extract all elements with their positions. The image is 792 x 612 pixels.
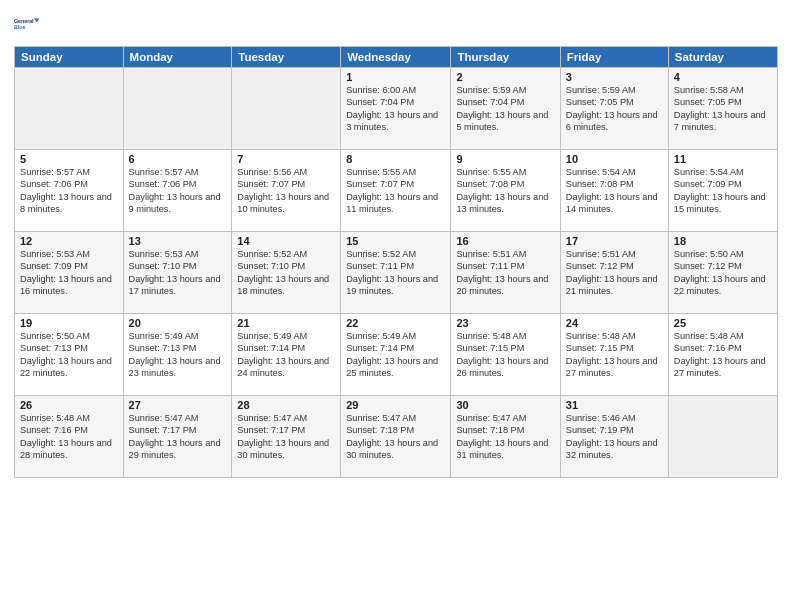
day-cell: 29Sunrise: 5:47 AM Sunset: 7:18 PM Dayli… xyxy=(341,396,451,478)
logo: GeneralBlue xyxy=(14,10,42,38)
day-info: Sunrise: 5:48 AM Sunset: 7:16 PM Dayligh… xyxy=(20,412,118,462)
day-number: 23 xyxy=(456,317,554,329)
day-number: 9 xyxy=(456,153,554,165)
day-info: Sunrise: 5:51 AM Sunset: 7:12 PM Dayligh… xyxy=(566,248,663,298)
weekday-header-saturday: Saturday xyxy=(668,47,777,68)
day-cell xyxy=(232,68,341,150)
day-number: 17 xyxy=(566,235,663,247)
day-info: Sunrise: 5:55 AM Sunset: 7:07 PM Dayligh… xyxy=(346,166,445,216)
day-cell: 28Sunrise: 5:47 AM Sunset: 7:17 PM Dayli… xyxy=(232,396,341,478)
day-number: 12 xyxy=(20,235,118,247)
day-cell: 5Sunrise: 5:57 AM Sunset: 7:06 PM Daylig… xyxy=(15,150,124,232)
header: GeneralBlue xyxy=(14,10,778,38)
day-info: Sunrise: 5:54 AM Sunset: 7:09 PM Dayligh… xyxy=(674,166,772,216)
week-row-3: 12Sunrise: 5:53 AM Sunset: 7:09 PM Dayli… xyxy=(15,232,778,314)
day-number: 20 xyxy=(129,317,227,329)
day-cell: 18Sunrise: 5:50 AM Sunset: 7:12 PM Dayli… xyxy=(668,232,777,314)
week-row-2: 5Sunrise: 5:57 AM Sunset: 7:06 PM Daylig… xyxy=(15,150,778,232)
day-info: Sunrise: 5:49 AM Sunset: 7:14 PM Dayligh… xyxy=(346,330,445,380)
day-info: Sunrise: 5:59 AM Sunset: 7:05 PM Dayligh… xyxy=(566,84,663,134)
day-cell: 20Sunrise: 5:49 AM Sunset: 7:13 PM Dayli… xyxy=(123,314,232,396)
day-cell: 26Sunrise: 5:48 AM Sunset: 7:16 PM Dayli… xyxy=(15,396,124,478)
week-row-4: 19Sunrise: 5:50 AM Sunset: 7:13 PM Dayli… xyxy=(15,314,778,396)
day-cell: 31Sunrise: 5:46 AM Sunset: 7:19 PM Dayli… xyxy=(560,396,668,478)
day-cell: 9Sunrise: 5:55 AM Sunset: 7:08 PM Daylig… xyxy=(451,150,560,232)
weekday-header-sunday: Sunday xyxy=(15,47,124,68)
day-cell xyxy=(668,396,777,478)
day-number: 4 xyxy=(674,71,772,83)
day-number: 11 xyxy=(674,153,772,165)
day-info: Sunrise: 5:52 AM Sunset: 7:11 PM Dayligh… xyxy=(346,248,445,298)
day-number: 16 xyxy=(456,235,554,247)
day-number: 15 xyxy=(346,235,445,247)
day-number: 5 xyxy=(20,153,118,165)
day-cell: 17Sunrise: 5:51 AM Sunset: 7:12 PM Dayli… xyxy=(560,232,668,314)
weekday-header-tuesday: Tuesday xyxy=(232,47,341,68)
day-info: Sunrise: 5:47 AM Sunset: 7:18 PM Dayligh… xyxy=(456,412,554,462)
day-number: 18 xyxy=(674,235,772,247)
day-cell: 10Sunrise: 5:54 AM Sunset: 7:08 PM Dayli… xyxy=(560,150,668,232)
day-number: 1 xyxy=(346,71,445,83)
day-number: 13 xyxy=(129,235,227,247)
day-info: Sunrise: 5:47 AM Sunset: 7:17 PM Dayligh… xyxy=(129,412,227,462)
day-cell: 12Sunrise: 5:53 AM Sunset: 7:09 PM Dayli… xyxy=(15,232,124,314)
day-cell: 7Sunrise: 5:56 AM Sunset: 7:07 PM Daylig… xyxy=(232,150,341,232)
day-number: 19 xyxy=(20,317,118,329)
day-info: Sunrise: 5:49 AM Sunset: 7:14 PM Dayligh… xyxy=(237,330,335,380)
day-number: 21 xyxy=(237,317,335,329)
day-number: 22 xyxy=(346,317,445,329)
day-info: Sunrise: 5:48 AM Sunset: 7:15 PM Dayligh… xyxy=(566,330,663,380)
day-number: 7 xyxy=(237,153,335,165)
day-info: Sunrise: 6:00 AM Sunset: 7:04 PM Dayligh… xyxy=(346,84,445,134)
weekday-header-friday: Friday xyxy=(560,47,668,68)
day-cell xyxy=(15,68,124,150)
day-number: 10 xyxy=(566,153,663,165)
day-cell xyxy=(123,68,232,150)
day-info: Sunrise: 5:51 AM Sunset: 7:11 PM Dayligh… xyxy=(456,248,554,298)
day-cell: 22Sunrise: 5:49 AM Sunset: 7:14 PM Dayli… xyxy=(341,314,451,396)
day-info: Sunrise: 5:47 AM Sunset: 7:17 PM Dayligh… xyxy=(237,412,335,462)
day-info: Sunrise: 5:50 AM Sunset: 7:13 PM Dayligh… xyxy=(20,330,118,380)
day-info: Sunrise: 5:53 AM Sunset: 7:09 PM Dayligh… xyxy=(20,248,118,298)
day-number: 25 xyxy=(674,317,772,329)
weekday-header-thursday: Thursday xyxy=(451,47,560,68)
day-number: 3 xyxy=(566,71,663,83)
day-cell: 23Sunrise: 5:48 AM Sunset: 7:15 PM Dayli… xyxy=(451,314,560,396)
calendar-table: SundayMondayTuesdayWednesdayThursdayFrid… xyxy=(14,46,778,478)
page: GeneralBlue SundayMondayTuesdayWednesday… xyxy=(0,0,792,612)
day-cell: 13Sunrise: 5:53 AM Sunset: 7:10 PM Dayli… xyxy=(123,232,232,314)
day-cell: 16Sunrise: 5:51 AM Sunset: 7:11 PM Dayli… xyxy=(451,232,560,314)
day-cell: 21Sunrise: 5:49 AM Sunset: 7:14 PM Dayli… xyxy=(232,314,341,396)
day-info: Sunrise: 5:53 AM Sunset: 7:10 PM Dayligh… xyxy=(129,248,227,298)
day-cell: 15Sunrise: 5:52 AM Sunset: 7:11 PM Dayli… xyxy=(341,232,451,314)
day-cell: 27Sunrise: 5:47 AM Sunset: 7:17 PM Dayli… xyxy=(123,396,232,478)
week-row-5: 26Sunrise: 5:48 AM Sunset: 7:16 PM Dayli… xyxy=(15,396,778,478)
day-info: Sunrise: 5:57 AM Sunset: 7:06 PM Dayligh… xyxy=(129,166,227,216)
day-number: 26 xyxy=(20,399,118,411)
day-number: 2 xyxy=(456,71,554,83)
day-cell: 1Sunrise: 6:00 AM Sunset: 7:04 PM Daylig… xyxy=(341,68,451,150)
weekday-header-row: SundayMondayTuesdayWednesdayThursdayFrid… xyxy=(15,47,778,68)
day-info: Sunrise: 5:56 AM Sunset: 7:07 PM Dayligh… xyxy=(237,166,335,216)
day-cell: 3Sunrise: 5:59 AM Sunset: 7:05 PM Daylig… xyxy=(560,68,668,150)
day-number: 28 xyxy=(237,399,335,411)
day-info: Sunrise: 5:54 AM Sunset: 7:08 PM Dayligh… xyxy=(566,166,663,216)
day-cell: 19Sunrise: 5:50 AM Sunset: 7:13 PM Dayli… xyxy=(15,314,124,396)
day-info: Sunrise: 5:46 AM Sunset: 7:19 PM Dayligh… xyxy=(566,412,663,462)
day-info: Sunrise: 5:48 AM Sunset: 7:16 PM Dayligh… xyxy=(674,330,772,380)
day-cell: 2Sunrise: 5:59 AM Sunset: 7:04 PM Daylig… xyxy=(451,68,560,150)
week-row-1: 1Sunrise: 6:00 AM Sunset: 7:04 PM Daylig… xyxy=(15,68,778,150)
day-cell: 8Sunrise: 5:55 AM Sunset: 7:07 PM Daylig… xyxy=(341,150,451,232)
day-number: 31 xyxy=(566,399,663,411)
day-info: Sunrise: 5:49 AM Sunset: 7:13 PM Dayligh… xyxy=(129,330,227,380)
day-number: 14 xyxy=(237,235,335,247)
day-info: Sunrise: 5:50 AM Sunset: 7:12 PM Dayligh… xyxy=(674,248,772,298)
day-number: 8 xyxy=(346,153,445,165)
day-cell: 14Sunrise: 5:52 AM Sunset: 7:10 PM Dayli… xyxy=(232,232,341,314)
day-info: Sunrise: 5:58 AM Sunset: 7:05 PM Dayligh… xyxy=(674,84,772,134)
svg-text:Blue: Blue xyxy=(14,24,25,30)
weekday-header-monday: Monday xyxy=(123,47,232,68)
day-cell: 30Sunrise: 5:47 AM Sunset: 7:18 PM Dayli… xyxy=(451,396,560,478)
day-info: Sunrise: 5:59 AM Sunset: 7:04 PM Dayligh… xyxy=(456,84,554,134)
day-info: Sunrise: 5:57 AM Sunset: 7:06 PM Dayligh… xyxy=(20,166,118,216)
